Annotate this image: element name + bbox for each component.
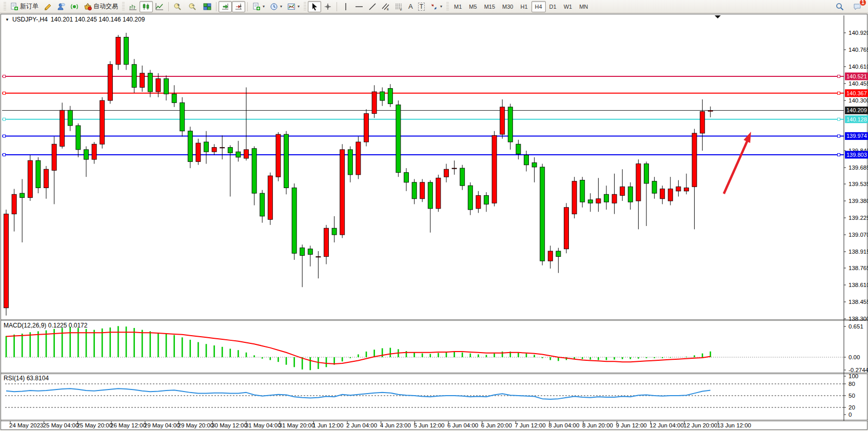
line-handle[interactable] <box>838 118 840 120</box>
arrow-annotation[interactable] <box>724 132 751 194</box>
panel-splitter-bottom[interactable] <box>1 420 868 421</box>
candle <box>396 105 401 173</box>
new-order-label: 新订单 <box>20 2 38 11</box>
chart-collapse-icon[interactable]: ▼ <box>5 17 9 22</box>
candle <box>244 150 249 158</box>
time-axis-label: 6 Jun 04:00 <box>447 422 478 428</box>
chart-shift-button[interactable] <box>219 1 232 12</box>
rsi-line <box>6 388 711 399</box>
time-axis-label: 2 Jun 04:00 <box>346 422 377 428</box>
styles-button[interactable] <box>41 1 54 12</box>
arrows-tool[interactable]: ▾ <box>427 1 445 12</box>
chart-window[interactable]: 140.920140.765140.610140.455140.300139.8… <box>1 14 867 430</box>
zoom-in-button[interactable]: + <box>171 1 186 12</box>
price-axis-label: 138.765 <box>849 265 868 271</box>
line-handle[interactable] <box>838 75 840 77</box>
svg-text:140.521: 140.521 <box>846 73 867 79</box>
zoom-out-button[interactable]: − <box>186 1 201 12</box>
line-handle[interactable] <box>3 135 6 137</box>
candle <box>492 135 497 203</box>
candle <box>524 155 529 165</box>
candle <box>100 100 105 144</box>
time-axis-label: 5 Jun 12:00 <box>413 422 444 428</box>
auto-trading-button[interactable]: 自动交易 <box>81 1 121 12</box>
bar-chart-icon <box>129 3 137 11</box>
channel-tool[interactable] <box>379 1 392 12</box>
search-button[interactable] <box>833 1 846 12</box>
candle <box>348 150 352 175</box>
auto-scroll-button[interactable] <box>232 1 245 12</box>
search-icon <box>836 3 844 11</box>
chart-canvas[interactable]: 140.920140.765140.610140.455140.300139.8… <box>1 14 868 430</box>
timeframe-w1[interactable]: W1 <box>560 1 576 12</box>
toolbar-grip <box>446 2 449 11</box>
price-axis-label: 140.920 <box>849 30 868 36</box>
tile-windows-button[interactable] <box>201 1 214 12</box>
community-button[interactable] <box>54 1 68 12</box>
timeframe-m30[interactable]: M30 <box>499 1 517 12</box>
vertical-line-tool[interactable] <box>339 1 352 12</box>
candle <box>220 148 225 148</box>
text-tool[interactable]: A <box>406 1 416 12</box>
panel-splitter-macd[interactable] <box>1 319 868 321</box>
price-axis-label: 139.685 <box>849 165 868 171</box>
fibonacci-tool[interactable] <box>392 1 406 12</box>
timeframe-h4[interactable]: H4 <box>531 1 546 12</box>
candle <box>532 162 537 167</box>
bar-chart-button[interactable] <box>126 1 140 12</box>
new-order-icon <box>10 3 18 11</box>
candlestick-chart-button[interactable] <box>140 1 153 12</box>
time-axis-label: 12 Jun 20:00 <box>683 422 718 428</box>
line-handle[interactable] <box>838 153 840 156</box>
line-handle[interactable] <box>3 75 6 77</box>
candle <box>292 188 297 253</box>
candle <box>12 194 16 214</box>
timeframe-m1[interactable]: M1 <box>450 1 465 12</box>
candle <box>92 144 96 159</box>
candle <box>140 73 145 88</box>
candle <box>44 169 49 188</box>
signals-button[interactable] <box>68 1 81 12</box>
candle <box>412 182 417 199</box>
timeframe-d1[interactable]: D1 <box>546 1 560 12</box>
trendline-icon <box>368 3 377 11</box>
panel-splitter-rsi[interactable] <box>1 373 868 374</box>
templates-button[interactable]: ▾ <box>285 1 302 12</box>
line-handle[interactable] <box>3 118 6 120</box>
trendline-tool[interactable] <box>366 1 379 12</box>
timeframe-m5[interactable]: M5 <box>465 1 480 12</box>
chart-shift-marker[interactable] <box>715 15 721 18</box>
candle <box>596 199 601 203</box>
timeframe-h1[interactable]: H1 <box>517 1 531 12</box>
candle <box>4 214 9 308</box>
candle <box>636 164 641 201</box>
candle <box>68 110 72 126</box>
candle <box>572 181 577 214</box>
candle <box>684 188 689 191</box>
candle <box>172 94 176 102</box>
indicators-button[interactable]: ▾ <box>250 1 267 12</box>
candle <box>460 168 465 186</box>
candle <box>620 187 625 195</box>
line-chart-button[interactable] <box>153 1 166 12</box>
horizontal-line-tool[interactable] <box>352 1 366 12</box>
notifications-button[interactable]: 1 <box>851 1 864 12</box>
cursor-tool-button[interactable] <box>308 1 321 12</box>
timeframe-mn[interactable]: MN <box>576 1 591 12</box>
new-order-button[interactable]: 新订单 <box>8 1 41 12</box>
line-handle[interactable] <box>3 92 6 94</box>
line-handle[interactable] <box>838 92 840 94</box>
line-handle[interactable] <box>3 153 6 156</box>
macd-signal-line <box>6 332 711 364</box>
price-axis-label: 139.070 <box>849 232 868 238</box>
macd-indicator-label: MACD(12,26,9) 0.1225 0.0172 <box>4 322 87 329</box>
periods-button[interactable]: ▾ <box>267 1 285 12</box>
label-tool[interactable]: T <box>416 1 427 12</box>
line-handle[interactable] <box>838 135 840 137</box>
candle <box>124 37 129 65</box>
crosshair-tool-button[interactable] <box>321 1 334 12</box>
price-axis-label: 138.300 <box>849 316 868 322</box>
price-axis-label: 140.455 <box>849 80 868 87</box>
timeframe-m15[interactable]: M15 <box>481 1 499 12</box>
candle <box>548 251 553 261</box>
